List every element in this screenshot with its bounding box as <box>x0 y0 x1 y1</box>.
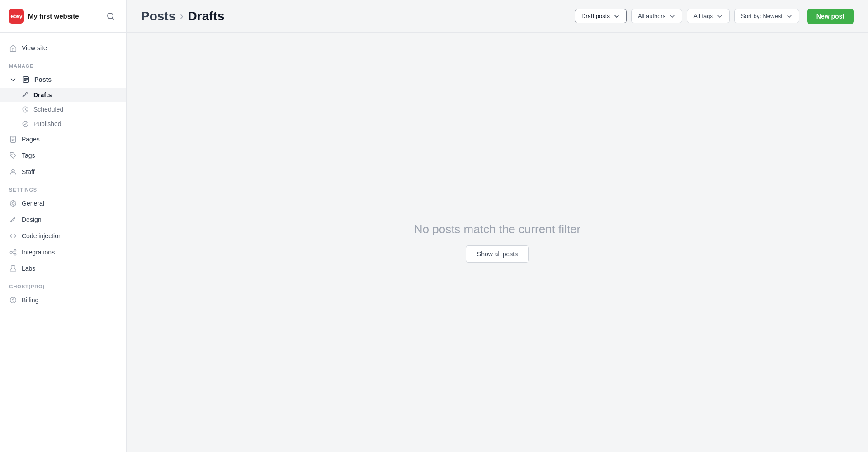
brand: ebay My first website <box>9 9 79 24</box>
svg-rect-2 <box>12 48 14 51</box>
svg-point-21 <box>10 251 12 254</box>
sidebar: ebay My first website View site MANAGE <box>0 0 127 452</box>
search-button[interactable] <box>104 10 117 23</box>
sidebar-item-published[interactable]: Published <box>0 117 126 131</box>
sidebar-item-pages[interactable]: Pages <box>0 131 126 147</box>
settings-section-label: SETTINGS <box>0 180 126 195</box>
sidebar-header: ebay My first website <box>0 0 126 33</box>
design-icon <box>9 216 17 224</box>
svg-point-13 <box>11 154 12 155</box>
svg-line-25 <box>12 252 14 254</box>
sidebar-item-tags[interactable]: Tags <box>0 147 126 164</box>
published-icon <box>22 120 29 127</box>
labs-icon <box>9 264 17 273</box>
empty-state-message: No posts match the current filter <box>414 222 580 236</box>
sidebar-item-code-injection[interactable]: Code injection <box>0 228 126 244</box>
topbar-actions: Draft posts All authors All tags Sort by… <box>575 9 854 24</box>
all-tags-filter[interactable]: All tags <box>687 9 730 23</box>
posts-icon <box>22 75 30 84</box>
sidebar-item-staff[interactable]: Staff <box>0 164 126 180</box>
sidebar-item-general[interactable]: General <box>0 195 126 212</box>
new-post-button[interactable]: New post <box>807 9 854 24</box>
content-area: No posts match the current filter Show a… <box>127 33 868 452</box>
breadcrumb-current: Drafts <box>188 9 225 24</box>
svg-point-16 <box>12 202 14 205</box>
integrations-icon <box>9 248 17 256</box>
show-all-posts-button[interactable]: Show all posts <box>466 245 529 263</box>
chevron-down-icon <box>9 75 17 84</box>
code-icon <box>9 232 17 240</box>
breadcrumb-arrow: › <box>180 10 183 22</box>
billing-icon <box>9 296 17 304</box>
svg-line-24 <box>12 250 14 252</box>
chevron-down-icon <box>717 13 723 19</box>
pages-icon <box>9 135 17 143</box>
main-content: Posts › Drafts Draft posts All authors A… <box>127 0 868 452</box>
sort-filter[interactable]: Sort by: Newest <box>734 9 799 23</box>
chevron-down-icon <box>786 13 793 19</box>
posts-subnav: Drafts Scheduled Publish <box>0 88 126 131</box>
sidebar-item-drafts[interactable]: Drafts <box>0 88 126 102</box>
home-icon <box>9 44 17 52</box>
breadcrumb-posts: Posts <box>141 9 175 24</box>
draft-posts-filter[interactable]: Draft posts <box>575 9 627 23</box>
site-name: My first website <box>28 12 79 20</box>
topbar: Posts › Drafts Draft posts All authors A… <box>127 0 868 33</box>
scheduled-icon <box>22 106 29 113</box>
general-icon <box>9 199 17 207</box>
svg-point-14 <box>12 169 14 172</box>
sidebar-item-scheduled[interactable]: Scheduled <box>0 102 126 117</box>
search-icon <box>106 12 115 21</box>
sidebar-item-posts[interactable]: Posts <box>0 71 126 88</box>
sidebar-item-billing[interactable]: Billing <box>0 292 126 308</box>
sidebar-item-integrations[interactable]: Integrations <box>0 244 126 260</box>
ghost-pro-section-label: GHOST(PRO) <box>0 277 126 292</box>
staff-icon <box>9 168 17 176</box>
sidebar-item-view-site[interactable]: View site <box>0 40 126 56</box>
sidebar-item-labs[interactable]: Labs <box>0 260 126 277</box>
svg-point-8 <box>23 121 28 127</box>
sidebar-item-design[interactable]: Design <box>0 212 126 228</box>
ebay-logo: ebay <box>9 9 24 24</box>
all-authors-filter[interactable]: All authors <box>631 9 682 23</box>
sidebar-nav: View site MANAGE Posts <box>0 33 126 452</box>
drafts-icon <box>22 91 29 99</box>
tags-icon <box>9 151 17 160</box>
svg-line-1 <box>113 18 114 19</box>
svg-point-23 <box>14 253 16 255</box>
breadcrumb: Posts › Drafts <box>141 9 225 24</box>
chevron-down-icon <box>669 13 675 19</box>
svg-point-22 <box>14 249 16 251</box>
svg-point-27 <box>10 297 16 303</box>
manage-section-label: MANAGE <box>0 56 126 71</box>
chevron-down-icon <box>613 13 620 19</box>
